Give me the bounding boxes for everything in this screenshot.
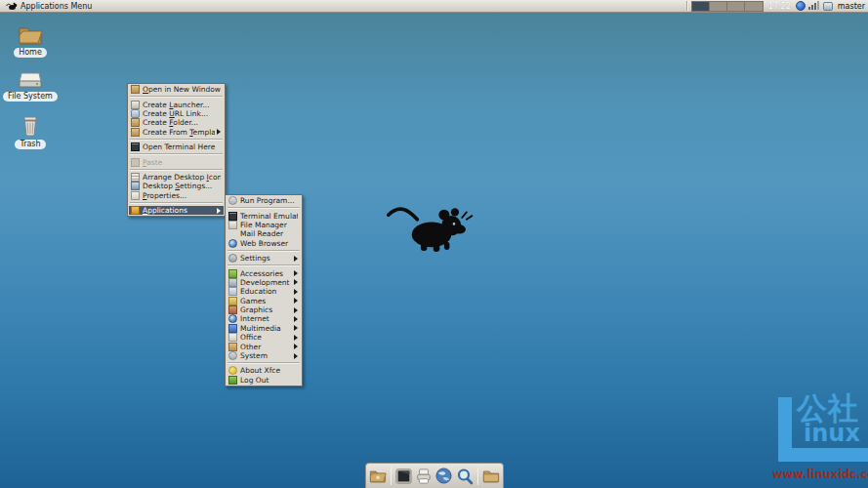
home-directory-icon (369, 468, 387, 483)
signal-strength-icon[interactable] (808, 1, 820, 11)
clock[interactable]: 17:22 (768, 2, 791, 11)
desktop-icon-home[interactable]: Home (0, 24, 61, 58)
submenu-arrow-icon (294, 270, 298, 276)
workspace-4[interactable] (745, 2, 763, 11)
menu-item-multimedia[interactable]: Multimedia (227, 324, 301, 333)
graphics-icon (228, 305, 237, 314)
menu-item-label: Desktop Settings... (143, 182, 221, 190)
menu-item-label: Development (240, 278, 292, 287)
menu-item-applications[interactable]: Applications (129, 206, 224, 215)
menu-item-run-program[interactable]: Run Program... (227, 196, 301, 205)
submenu-arrow-icon (217, 208, 221, 214)
create-template-icon (131, 128, 140, 137)
submenu-arrow-icon (294, 335, 298, 341)
watermark: 公社 inux www.linuxidc.com (771, 391, 868, 486)
menu-item-create-url-link[interactable]: Create URL Link... (129, 109, 224, 118)
menu-item-create-folder[interactable]: Create Folder... (129, 118, 224, 127)
tray-status-icon[interactable] (823, 2, 833, 11)
menu-item-mail-reader[interactable]: Mail Reader (227, 229, 301, 238)
applications-menu-button[interactable]: Applications Menu (3, 0, 95, 12)
create-launcher-icon (131, 101, 140, 109)
desktop-context-menu: Open in New WindowCreate Launcher...Crea… (127, 83, 226, 217)
menu-item-label: Open Terminal Here (143, 142, 221, 151)
menu-item-label: Create URL Link... (143, 109, 221, 118)
menu-item-graphics[interactable]: Graphics (227, 305, 301, 314)
workspace-3[interactable] (727, 2, 745, 11)
settings-icon (228, 254, 237, 263)
desktop-icon-label: Trash (15, 140, 45, 149)
dock-separator (391, 468, 392, 485)
none-icon (228, 229, 237, 238)
menu-item-web-browser[interactable]: Web Browser (227, 239, 301, 248)
menu-item-properties[interactable]: Properties... (129, 191, 224, 200)
menu-item-label: Run Program... (240, 196, 298, 205)
menu-item-settings[interactable]: Settings (227, 254, 301, 263)
menu-item-open-terminal-here[interactable]: Open Terminal Here (129, 142, 224, 151)
username-label: master (838, 2, 865, 11)
menu-separator (227, 264, 300, 266)
menu-item-internet[interactable]: Internet (227, 314, 301, 323)
menu-item-about-xfce[interactable]: About Xfce (227, 366, 301, 375)
submenu-arrow-icon (294, 289, 298, 295)
network-tray-icon[interactable] (796, 1, 806, 11)
menu-item-arrange-desktop-icons[interactable]: Arrange Desktop Icons (129, 173, 224, 182)
menu-item-label: Terminal Emulator (240, 212, 298, 221)
menu-item-office[interactable]: Office (227, 333, 301, 342)
menu-item-log-out[interactable]: Log Out (227, 376, 301, 385)
home-directory-launcher[interactable] (369, 467, 387, 485)
menu-item-terminal-emulator[interactable]: Terminal Emulator (227, 211, 301, 220)
menu-separator (130, 139, 223, 141)
menu-item-other[interactable]: Other (227, 342, 301, 350)
submenu-arrow-icon (294, 325, 298, 331)
education-icon (228, 287, 237, 296)
menu-separator (227, 250, 300, 252)
menu-item-label: Arrange Desktop Icons (143, 173, 221, 182)
menu-item-paste[interactable]: Paste (129, 157, 224, 166)
create-folder-icon (131, 118, 140, 127)
magnifier-icon (456, 468, 474, 485)
menu-item-desktop-settings[interactable]: Desktop Settings... (129, 182, 224, 190)
submenu-arrow-icon (294, 256, 298, 262)
menu-item-label: Mail Reader (240, 229, 298, 238)
printer-icon (416, 468, 432, 484)
globe-icon (435, 468, 452, 484)
application-finder-launcher[interactable] (456, 467, 474, 485)
xfce-mouse-icon (6, 2, 18, 11)
menu-item-label: Create From Template (143, 128, 215, 137)
trash-can-icon (21, 116, 40, 137)
menu-item-file-manager[interactable]: File Manager (227, 221, 301, 229)
menu-item-system[interactable]: System (227, 351, 301, 360)
menu-item-create-launcher[interactable]: Create Launcher... (129, 100, 224, 108)
terminal-launcher[interactable] (395, 467, 412, 485)
menu-item-education[interactable]: Education (227, 287, 301, 296)
menu-item-games[interactable]: Games (227, 297, 301, 305)
paste-icon (131, 158, 140, 167)
submenu-arrow-icon (294, 307, 298, 313)
watermark-latin-text: inux (804, 422, 860, 445)
desktop-icon-file-system[interactable]: File System (0, 71, 61, 102)
menu-item-label: Other (240, 343, 292, 351)
print-files-launcher[interactable] (416, 467, 432, 485)
menu-item-open-in-new-window[interactable]: Open in New Window (129, 85, 224, 94)
run-program-icon (228, 196, 237, 205)
menu-item-label: Create Launcher... (143, 101, 221, 109)
top-panel: Applications Menu 17:22 master (0, 0, 868, 13)
menu-item-label: Settings (240, 254, 292, 263)
terminal-icon (228, 212, 237, 221)
web-browser-launcher[interactable] (435, 467, 452, 485)
workspace-2[interactable] (710, 2, 727, 11)
menu-item-development[interactable]: Development (227, 278, 301, 287)
folder-launcher[interactable] (482, 467, 500, 485)
office-icon (228, 333, 237, 342)
desktop-icon-trash[interactable]: Trash (0, 116, 61, 149)
watermark-url: www.linuxidc.com (772, 468, 868, 481)
panel-right-area: 17:22 master (686, 0, 865, 12)
menu-item-label: Office (240, 333, 292, 342)
menu-item-create-from-template[interactable]: Create From Template (129, 128, 224, 137)
workspace-switcher[interactable] (691, 1, 764, 12)
desktop[interactable]: Applications Menu 17:22 master Home File… (0, 0, 868, 488)
menu-item-label: System (240, 351, 292, 360)
menu-item-accessories[interactable]: Accessories (227, 268, 301, 277)
menu-item-label: Paste (143, 158, 221, 167)
workspace-1[interactable] (692, 2, 710, 11)
